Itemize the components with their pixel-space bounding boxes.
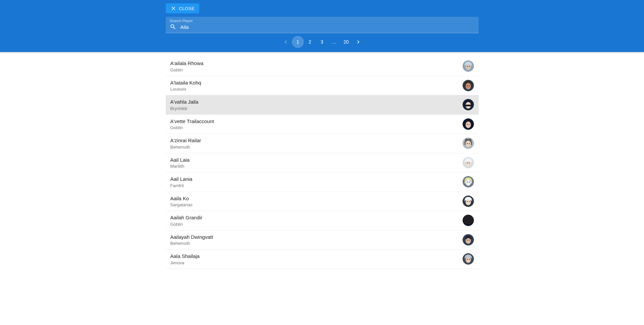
player-name: Aaila Ko bbox=[170, 195, 193, 202]
svg-point-33 bbox=[463, 215, 473, 224]
result-text: A'vette TrailaccountGoblin bbox=[170, 118, 214, 130]
player-server: Sargatanas bbox=[170, 202, 193, 207]
pagination-page-3[interactable]: 3 bbox=[316, 36, 328, 48]
result-row[interactable]: A'vahla JailaBrynhildr bbox=[166, 95, 479, 115]
svg-point-25 bbox=[467, 182, 467, 182]
svg-point-24 bbox=[466, 179, 471, 186]
result-row[interactable]: Aailayah DwingvattBehemoth bbox=[166, 230, 479, 250]
pagination-page-1[interactable]: 1 bbox=[292, 36, 304, 48]
avatar bbox=[463, 176, 474, 187]
player-name: A'zinrai Railar bbox=[170, 137, 201, 144]
svg-point-12 bbox=[466, 121, 471, 128]
result-row[interactable]: A'tataila KohqLouisoix bbox=[166, 76, 479, 96]
result-text: Aaila KoSargatanas bbox=[170, 195, 193, 208]
player-server: Goblin bbox=[170, 125, 214, 130]
avatar bbox=[463, 118, 474, 130]
close-icon bbox=[170, 5, 176, 11]
player-name: Aail Laia bbox=[170, 157, 190, 163]
result-row[interactable]: Aailah GrandirGoblin bbox=[166, 211, 479, 230]
close-button-label: CLOSE bbox=[179, 6, 195, 11]
player-server: Famfrit bbox=[170, 183, 193, 188]
avatar bbox=[463, 99, 474, 110]
svg-point-22 bbox=[469, 163, 469, 163]
player-name: A'tataila Kohq bbox=[170, 79, 201, 86]
player-name: Aala Shailaja bbox=[170, 253, 200, 260]
avatar bbox=[463, 253, 474, 265]
avatar bbox=[463, 215, 474, 226]
svg-point-26 bbox=[469, 182, 469, 182]
search-box[interactable]: Search Player bbox=[166, 17, 479, 33]
result-row[interactable]: A'ailala RhowaGoblin bbox=[166, 57, 479, 76]
avatar bbox=[463, 196, 474, 207]
svg-point-21 bbox=[467, 163, 467, 163]
result-text: Aail LaniaFamfrit bbox=[170, 176, 193, 188]
svg-point-34 bbox=[467, 220, 467, 221]
svg-point-2 bbox=[467, 66, 467, 67]
result-text: Aailayah DwingvattBehemoth bbox=[170, 234, 213, 246]
result-text: A'vahla JailaBrynhildr bbox=[170, 99, 199, 111]
player-name: Aailah Grandir bbox=[170, 214, 203, 221]
player-name: Aail Lania bbox=[170, 176, 193, 182]
svg-point-18 bbox=[469, 143, 469, 144]
player-name: A'vahla Jaila bbox=[170, 99, 199, 105]
player-name: A'vette Trailaccount bbox=[170, 118, 214, 125]
player-server: Behemoth bbox=[170, 241, 213, 246]
svg-point-13 bbox=[467, 124, 467, 125]
svg-point-39 bbox=[469, 240, 469, 240]
chevron-left-icon bbox=[282, 39, 289, 45]
result-text: Aail LaiaMarilith bbox=[170, 157, 190, 169]
result-text: A'tataila KohqLouisoix bbox=[170, 79, 201, 92]
pagination-prev[interactable] bbox=[280, 36, 292, 48]
avatar bbox=[463, 60, 474, 72]
pagination-page-20[interactable]: 20 bbox=[340, 36, 352, 48]
search-input[interactable] bbox=[180, 24, 475, 30]
result-row[interactable]: Aail LaiaMarilith bbox=[166, 153, 479, 173]
result-row[interactable]: A'vette TrailaccountGoblin bbox=[166, 115, 479, 134]
player-server: Behemoth bbox=[170, 145, 201, 150]
avatar bbox=[463, 138, 474, 149]
avatar bbox=[463, 157, 474, 168]
pagination-ellipsis: … bbox=[328, 36, 340, 48]
result-row[interactable]: Aaila KoSargatanas bbox=[166, 192, 479, 211]
player-name: A'ailala Rhowa bbox=[170, 60, 204, 67]
player-server: Goblin bbox=[170, 67, 204, 72]
pagination-page-2[interactable]: 2 bbox=[304, 36, 316, 48]
svg-point-5 bbox=[466, 83, 471, 90]
close-button[interactable]: CLOSE bbox=[166, 3, 200, 13]
svg-point-16 bbox=[466, 141, 471, 147]
player-name: Aailayah Dwingvatt bbox=[170, 234, 213, 240]
pagination-next[interactable] bbox=[352, 36, 364, 48]
svg-point-7 bbox=[469, 86, 469, 86]
result-text: A'ailala RhowaGoblin bbox=[170, 60, 204, 72]
svg-point-30 bbox=[469, 201, 469, 202]
svg-point-35 bbox=[469, 220, 469, 221]
result-text: Aailah GrandirGoblin bbox=[170, 214, 203, 227]
result-row[interactable]: A'zinrai RailarBehemoth bbox=[166, 134, 479, 153]
player-server: Brynhildr bbox=[170, 106, 199, 111]
avatar bbox=[463, 234, 474, 246]
svg-point-38 bbox=[467, 240, 467, 240]
svg-point-14 bbox=[469, 124, 469, 125]
svg-point-3 bbox=[469, 66, 469, 67]
search-header: CLOSE Search Player 123…20 bbox=[0, 0, 644, 52]
player-server: Jenova bbox=[170, 260, 200, 265]
chevron-right-icon bbox=[355, 39, 362, 45]
svg-rect-10 bbox=[466, 105, 471, 106]
player-server: Louisoix bbox=[170, 87, 201, 92]
player-server: Goblin bbox=[170, 222, 203, 227]
result-row[interactable]: Aala ShailajaJenova bbox=[166, 250, 479, 269]
avatar bbox=[463, 80, 474, 91]
svg-point-29 bbox=[467, 201, 467, 202]
player-server: Marilith bbox=[170, 164, 190, 169]
result-text: A'zinrai RailarBehemoth bbox=[170, 137, 201, 150]
svg-point-43 bbox=[469, 259, 469, 260]
pagination: 123…20 bbox=[166, 33, 479, 52]
svg-point-6 bbox=[467, 86, 467, 86]
search-icon bbox=[170, 23, 176, 30]
result-text: Aala ShailajaJenova bbox=[170, 253, 200, 265]
result-row[interactable]: Aail LaniaFamfrit bbox=[166, 172, 479, 192]
svg-point-42 bbox=[467, 259, 467, 260]
results-list: A'ailala RhowaGoblinA'tataila KohqLouiso… bbox=[166, 52, 479, 269]
svg-point-17 bbox=[467, 143, 467, 144]
search-label: Search Player bbox=[170, 19, 475, 23]
